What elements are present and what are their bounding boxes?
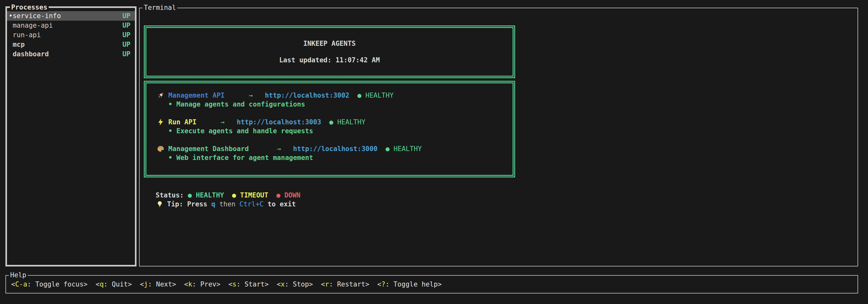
process-status: UP (123, 30, 130, 40)
service-name: Management Dashboard (168, 145, 249, 153)
process-list: •service-infoUP manage-apiUP run-apiUP m… (7, 8, 135, 59)
selection-bullet (8, 21, 13, 30)
help-shortcut: <j: Next> (140, 280, 176, 288)
tip-line: Tip: Press q then Ctrl+C to exit (156, 200, 296, 209)
help-shortcut: <?: Toggle help> (377, 280, 442, 288)
shortcut-key: C-a (15, 280, 27, 288)
green-dot-icon: ● (188, 192, 196, 199)
arrow-icon: → (197, 118, 237, 126)
shortcut-key: s (232, 280, 237, 288)
services-box: Management API → http://localhost:3002 ●… (144, 81, 515, 177)
status-down: DOWN (284, 192, 301, 199)
agents-header-box: INKEEP AGENTS Last updated: 11:07:42 AM (144, 26, 515, 78)
service-entry: Run API → http://localhost:3003 ● HEALTH… (157, 117, 513, 135)
process-name: run-api (13, 30, 123, 40)
service-status: HEALTHY (394, 145, 422, 153)
service-entry: Management API → http://localhost:3002 ●… (157, 91, 513, 109)
arrow-icon: → (225, 92, 265, 99)
service-url: http://localhost:3002 (265, 92, 349, 99)
health-dot-icon: ● (349, 92, 366, 99)
terminal-panel-title: Terminal (143, 3, 177, 12)
shortcut-key: x (281, 280, 285, 288)
help-shortcut: <s: Start> (228, 280, 269, 288)
bulb-icon (156, 200, 164, 208)
help-panel: Help <C-a: Toggle focus> <q: Quit> <j: N… (5, 275, 858, 294)
selection-bullet (8, 49, 13, 59)
process-row[interactable]: mcpUP (7, 40, 135, 49)
service-line: Run API → http://localhost:3003 ● HEALTH… (157, 117, 513, 127)
process-row[interactable]: run-apiUP (7, 30, 135, 40)
status-timeout: TIMEOUT (240, 192, 269, 199)
process-status: UP (123, 49, 130, 59)
service-line: Management API → http://localhost:3002 ●… (157, 91, 513, 100)
service-url: http://localhost:3000 (293, 145, 378, 153)
rocket-icon (157, 91, 165, 100)
service-description: • Web interface for agent management (168, 153, 513, 162)
shortcut-key: k (188, 280, 192, 288)
help-shortcut: <C-a: Toggle focus> (11, 280, 88, 288)
help-shortcut: <q: Quit> (96, 280, 132, 288)
tui-root: Processes •service-infoUP manage-apiUP r… (0, 0, 868, 304)
shortcut-key: r (325, 280, 329, 288)
shortcut-key: j (144, 280, 148, 288)
process-name: mcp (13, 40, 123, 49)
agents-title: INKEEP AGENTS (303, 40, 355, 47)
process-name: manage-api (13, 21, 123, 30)
help-panel-title: Help (9, 271, 28, 279)
service-url: http://localhost:3003 (237, 118, 321, 126)
selection-bullet (8, 30, 13, 40)
yellow-dot-icon: ● (232, 192, 240, 199)
status-legend: Status: ● HEALTHY ● TIMEOUT ● DOWN (156, 191, 300, 200)
last-updated: Last updated: 11:07:42 AM (279, 56, 380, 64)
tip-key-ctrlc: Ctrl+C (240, 200, 264, 208)
processes-panel-title: Processes (10, 3, 49, 11)
selection-bullet (8, 40, 13, 49)
help-shortcuts: <C-a: Toggle focus> <q: Quit> <j: Next> … (11, 280, 442, 288)
arrow-icon: → (249, 145, 293, 153)
status-healthy: HEALTHY (196, 192, 224, 199)
service-status: HEALTHY (366, 92, 394, 99)
tip-key-q: q (211, 200, 215, 208)
process-name: dashboard (13, 49, 123, 59)
service-entry: Management Dashboard → http://localhost:… (157, 144, 513, 162)
health-dot-icon: ● (321, 118, 337, 126)
selection-bullet: • (8, 11, 13, 21)
service-status: HEALTHY (337, 118, 366, 126)
red-dot-icon: ● (276, 192, 284, 199)
lightning-icon (157, 118, 165, 126)
service-name: Run API (168, 118, 197, 126)
process-status: UP (123, 11, 130, 21)
processes-panel: Processes •service-infoUP manage-apiUP r… (5, 6, 136, 267)
service-description: • Manage agents and configurations (168, 100, 513, 109)
process-row[interactable]: manage-apiUP (7, 21, 135, 30)
palette-icon (157, 145, 165, 153)
service-description: • Execute agents and handle requests (168, 127, 513, 135)
process-row[interactable]: dashboardUP (7, 49, 135, 59)
help-shortcut: <x: Stop> (277, 280, 313, 288)
process-name: service-info (13, 11, 123, 21)
terminal-panel: Terminal INKEEP AGENTS Last updated: 11:… (139, 8, 858, 267)
health-dot-icon: ● (377, 145, 394, 153)
service-name: Management API (168, 92, 225, 99)
help-shortcut: <r: Restart> (321, 280, 369, 288)
shortcut-key: q (100, 280, 104, 288)
process-status: UP (123, 21, 130, 30)
tip-prefix: Tip: Press (167, 200, 211, 208)
service-line: Management Dashboard → http://localhost:… (157, 144, 513, 153)
help-shortcut: <k: Prev> (184, 280, 220, 288)
tip-suffix: to exit (264, 200, 296, 208)
shortcut-key: ? (381, 280, 385, 288)
status-label: Status: (156, 192, 188, 199)
process-row[interactable]: •service-infoUP (7, 11, 135, 21)
tip-middle: then (215, 200, 240, 208)
process-status: UP (123, 40, 130, 49)
